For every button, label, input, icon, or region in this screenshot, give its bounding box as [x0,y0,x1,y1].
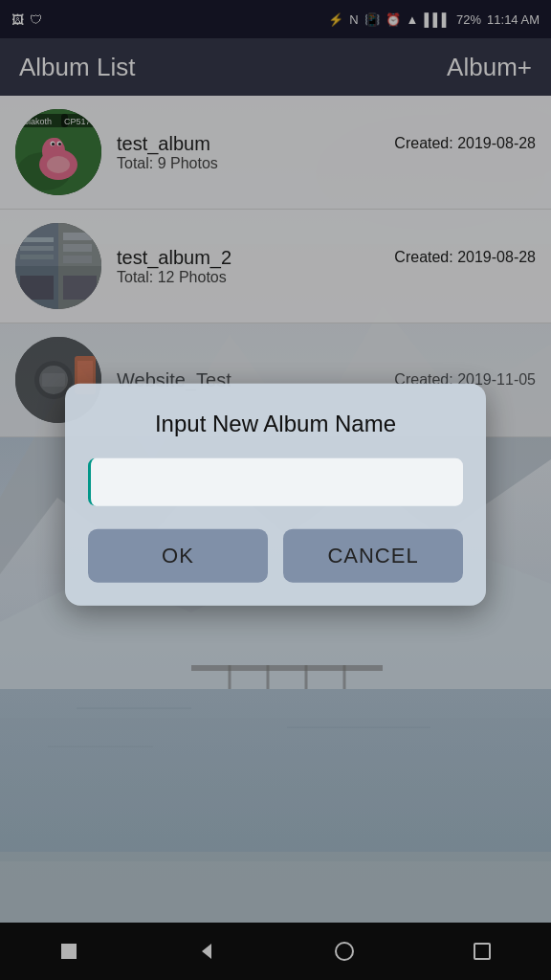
dialog-title: Input New Album Name [88,411,463,437]
cancel-button[interactable]: CANCEL [283,529,463,583]
new-album-dialog: Input New Album Name OK CANCEL [65,384,486,606]
ok-button[interactable]: OK [88,529,268,583]
dialog-buttons: OK CANCEL [88,529,463,583]
album-name-input[interactable] [88,458,463,506]
